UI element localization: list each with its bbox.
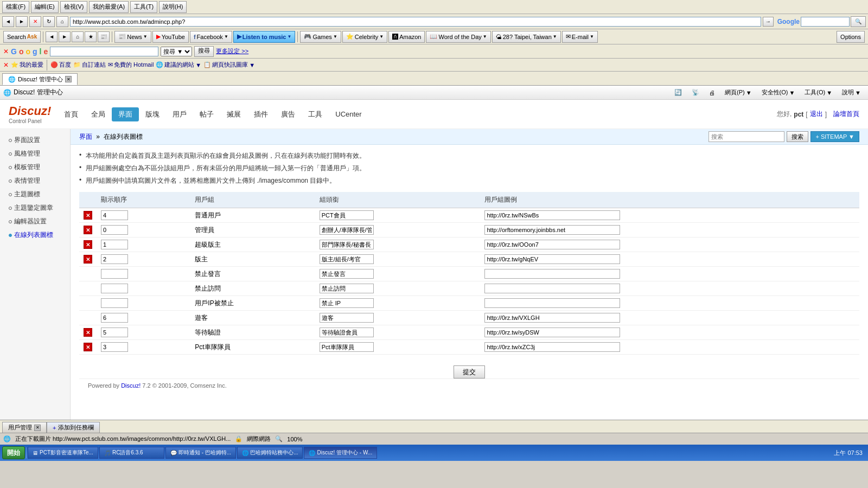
icon-input[interactable] (484, 328, 620, 337)
icon-input[interactable] (484, 210, 620, 220)
title-input[interactable] (320, 342, 374, 352)
icon-input[interactable] (484, 313, 620, 323)
more-settings-link[interactable]: 更多設定 >> (216, 47, 248, 55)
sidebar-item-editor-settings[interactable]: 編輯器設置 (0, 215, 70, 228)
submit-btn[interactable]: 提交 (454, 365, 485, 378)
bottom-tab1-close[interactable]: ✕ (34, 425, 41, 431)
home-btn[interactable]: ⌂ (56, 16, 68, 27)
nav-post[interactable]: 帖子 (193, 107, 220, 121)
taskbar-item-1[interactable]: 🖥 PCT影音密道車隊Te... (28, 447, 98, 459)
email-btn[interactable]: ✉ E-mail ▼ (562, 31, 598, 43)
x-fav[interactable]: ✕ (3, 61, 9, 69)
sitemap-btn[interactable]: + SITEMAP ▼ (810, 131, 859, 142)
icon-input[interactable] (484, 225, 620, 235)
nav-plugin[interactable]: 插件 (247, 107, 275, 121)
icon-input[interactable] (484, 269, 620, 279)
delete-btn[interactable]: ✕ (84, 255, 92, 264)
taipei-btn[interactable]: 🌤 28? Taipei, Taiwan ▼ (492, 31, 561, 43)
refresh-page-btn[interactable]: 🔄 (671, 87, 686, 98)
facebook-btn[interactable]: f Facebook ▼ (190, 31, 232, 43)
forum-home-link[interactable]: 論壇首頁 (833, 110, 859, 119)
order-input[interactable] (101, 225, 128, 235)
nav-activity[interactable]: 搣展 (220, 107, 247, 121)
forward-btn[interactable]: ► (16, 16, 28, 27)
sidebar-item-emoji-manage[interactable]: 表情管理 (0, 174, 70, 188)
delete-btn[interactable]: ✕ (84, 343, 92, 351)
news-btn[interactable]: 📰 News ▼ (114, 31, 151, 43)
nav-ucenter[interactable]: UCenter (329, 108, 368, 120)
title-input[interactable] (320, 254, 374, 264)
options-btn[interactable]: Options (837, 31, 865, 43)
google-select[interactable]: 搜尋 ▼ (161, 47, 192, 56)
nav-forward-toolbar[interactable]: ► (59, 31, 71, 42)
powered-link[interactable]: Discuz! (121, 382, 141, 389)
icon-input[interactable] (484, 298, 620, 308)
order-input[interactable] (101, 328, 128, 337)
safety-btn[interactable]: 安全性(O) ▼ (758, 87, 799, 98)
order-input[interactable] (101, 284, 128, 293)
stop-btn[interactable]: ✕ (29, 16, 41, 27)
sidebar-item-theme-stamp[interactable]: 主題鑒定圖章 (0, 201, 70, 215)
title-input[interactable] (320, 284, 374, 293)
header-search-input[interactable] (709, 131, 784, 142)
icon-input[interactable] (484, 284, 620, 293)
title-input[interactable] (320, 328, 374, 337)
favorites-menu[interactable]: 我的最愛(A) (89, 1, 129, 13)
start-button[interactable]: 開始 (2, 446, 25, 459)
nav-home[interactable]: 首頁 (58, 107, 85, 121)
help-page-btn[interactable]: 說明 ▼ (838, 87, 865, 98)
back-btn[interactable]: ◄ (2, 16, 14, 27)
address-input[interactable] (70, 17, 761, 27)
tools-page-btn[interactable]: 工具(O) ▼ (801, 87, 836, 98)
breadcrumb-interface-link[interactable]: 界面 (79, 133, 92, 140)
taskbar-item-4[interactable]: 🌐 巴哈姆特站務中心... (237, 447, 303, 459)
title-input[interactable] (320, 240, 374, 249)
icon-input[interactable] (484, 254, 620, 264)
sidebar-item-online-list-icon[interactable]: 在線列表圖標 (0, 228, 70, 242)
bottom-tab-add-task[interactable]: + 添加到任務欄 (47, 422, 100, 433)
google-search-input[interactable] (50, 47, 158, 56)
sidebar-item-template-manage[interactable]: 模板管理 (0, 160, 70, 174)
nav-home-toolbar[interactable]: ⌂ (72, 31, 84, 42)
title-input[interactable] (320, 269, 374, 279)
browser-search-input[interactable] (801, 17, 850, 27)
word-of-day-btn[interactable]: 📖 Word of the Day ▼ (426, 31, 490, 43)
nav-user[interactable]: 用戶 (166, 107, 193, 121)
go-btn[interactable]: → (763, 17, 774, 27)
taskbar-item-2[interactable]: 🎵 RC語音6.3.6 (99, 447, 164, 459)
refresh-btn[interactable]: ↻ (43, 16, 55, 27)
taskbar-item-5[interactable]: 🌐 Discuz! 管理中心 - W... (304, 447, 377, 459)
order-input[interactable] (101, 254, 128, 264)
icon-input[interactable] (484, 342, 620, 352)
icon-input[interactable] (484, 240, 620, 249)
nav-ad[interactable]: 廣告 (275, 107, 302, 121)
nav-all[interactable]: 全局 (85, 107, 112, 121)
listen-btn[interactable]: ▶ Listen to music ▼ (233, 31, 296, 43)
order-input[interactable] (101, 342, 128, 352)
sidebar-item-style-manage[interactable]: 風格管理 (0, 147, 70, 160)
print-page-btn[interactable]: 🖨 (705, 87, 719, 98)
fav-custom[interactable]: 📁 自訂連結 (73, 61, 106, 69)
nav-star-toolbar[interactable]: ★ (85, 31, 97, 42)
nav-rss-toolbar[interactable]: 📰 (98, 31, 110, 42)
edit-menu[interactable]: 編輯(E) (31, 1, 59, 13)
youtube-btn[interactable]: ▶ YouTube (152, 31, 189, 43)
order-input[interactable] (101, 269, 128, 279)
logout-link[interactable]: 退出 (810, 110, 823, 119)
bottom-tab-user-manage[interactable]: 用戶管理 ✕ (2, 422, 47, 433)
x-close[interactable]: ✕ (3, 48, 9, 55)
main-tab[interactable]: 🌐 Discuz! 管理中心 ✕ (2, 73, 78, 85)
google-lang-select[interactable]: 搜尋 ▼ (161, 47, 192, 56)
title-input[interactable] (320, 210, 374, 220)
nav-interface[interactable]: 界面 (112, 107, 139, 121)
order-input[interactable] (101, 298, 128, 308)
title-input[interactable] (320, 298, 374, 308)
rss-btn[interactable]: 📡 (688, 87, 703, 98)
file-menu[interactable]: 檔案(F) (2, 1, 29, 13)
order-input[interactable] (101, 210, 128, 220)
taskbar-item-3[interactable]: 💬 即時通知 - 巴哈姆特... (165, 447, 236, 459)
fav-my[interactable]: ⭐ 我的最愛 (11, 61, 43, 69)
header-search-btn[interactable]: 搜索 (787, 131, 808, 142)
sidebar-item-interface-settings[interactable]: 界面設置 (0, 133, 70, 147)
fav-recommended[interactable]: 🌐 建議的網站 ▼ (156, 61, 201, 69)
